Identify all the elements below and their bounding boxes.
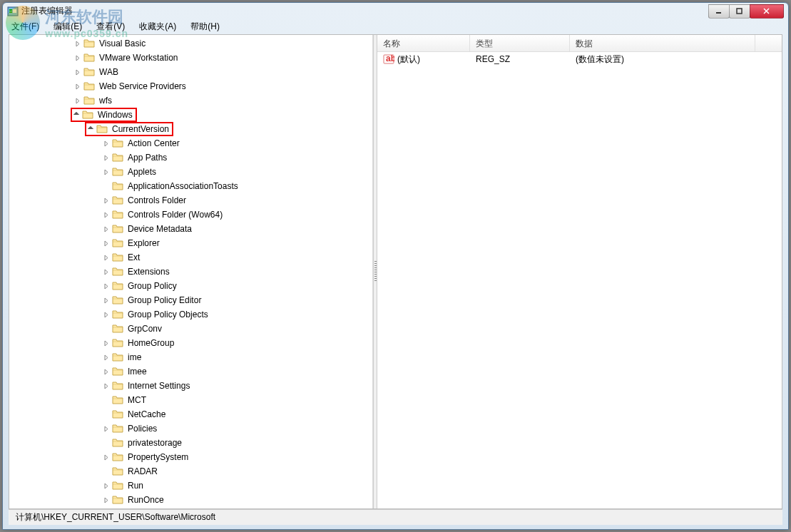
tree-item[interactable]: WAB bbox=[9, 65, 372, 79]
folder-icon bbox=[112, 338, 123, 348]
expander-open[interactable] bbox=[72, 111, 81, 119]
tree-label: PropertySystem bbox=[126, 451, 190, 463]
list-row[interactable]: ab(默认)REG_SZ(数值未设置) bbox=[377, 52, 782, 66]
tree-label: Imee bbox=[126, 366, 148, 377]
close-button[interactable] bbox=[750, 4, 784, 19]
col-name[interactable]: 名称 bbox=[377, 35, 470, 51]
folder-icon bbox=[112, 310, 123, 319]
expander-closed[interactable] bbox=[102, 481, 111, 490]
menu-help[interactable]: 帮助(H) bbox=[185, 19, 225, 34]
tree-item[interactable]: Device Metadata bbox=[9, 222, 372, 236]
expander-closed[interactable] bbox=[73, 39, 82, 48]
tree-item[interactable]: Controls Folder bbox=[9, 193, 372, 208]
tree-item[interactable]: PropertySystem bbox=[9, 450, 372, 464]
expander-open[interactable] bbox=[86, 125, 95, 133]
tree-label: Windows bbox=[96, 109, 134, 121]
expander-closed[interactable] bbox=[102, 353, 111, 362]
folder-icon bbox=[112, 238, 123, 248]
tree-item[interactable]: Policies bbox=[9, 421, 372, 436]
tree-item[interactable]: Internet Settings bbox=[9, 379, 372, 393]
expander-closed[interactable] bbox=[102, 282, 111, 290]
minimize-icon bbox=[715, 8, 723, 15]
folder-icon bbox=[112, 395, 123, 405]
expander-closed[interactable] bbox=[102, 367, 111, 376]
expander-closed[interactable] bbox=[102, 168, 111, 176]
window-title: 注册表编辑器 bbox=[21, 5, 709, 17]
tree-item[interactable]: ime bbox=[9, 350, 372, 364]
tree-item[interactable]: Action Center bbox=[9, 136, 372, 150]
tree-label: Internet Settings bbox=[126, 380, 191, 392]
menu-favorites[interactable]: 收藏夹(A) bbox=[133, 19, 182, 34]
expander-closed[interactable] bbox=[102, 196, 111, 205]
tree-label: RunOnce bbox=[126, 494, 165, 506]
expander-closed[interactable] bbox=[102, 267, 111, 276]
tree-label: Device Metadata bbox=[126, 223, 193, 235]
menu-view[interactable]: 查看(V) bbox=[91, 19, 131, 34]
tree-item[interactable]: Ext bbox=[9, 250, 372, 265]
tree-item[interactable]: MCT bbox=[9, 393, 372, 407]
tree-label: Group Policy Editor bbox=[126, 295, 203, 306]
tree-item[interactable]: wfs bbox=[9, 93, 372, 108]
expander-closed[interactable] bbox=[73, 96, 82, 105]
tree-item[interactable]: Extensions bbox=[9, 265, 372, 279]
tree-panel[interactable]: Visual BasicVMware WorkstationWABWeb Ser… bbox=[9, 35, 373, 508]
tree-item[interactable]: Imee bbox=[9, 364, 372, 379]
tree-item[interactable]: Group Policy Objects bbox=[9, 307, 372, 322]
tree-item[interactable]: Visual Basic bbox=[9, 36, 372, 51]
tree-item[interactable]: NetCache bbox=[9, 407, 372, 421]
tree-item[interactable]: ApplicationAssociationToasts bbox=[9, 179, 372, 193]
expander-closed[interactable] bbox=[102, 296, 111, 305]
expander-closed[interactable] bbox=[102, 496, 111, 504]
expander-closed[interactable] bbox=[102, 239, 111, 247]
tree-label: WAB bbox=[98, 66, 120, 78]
tree-item-windows[interactable]: Windows bbox=[9, 108, 372, 122]
tree-item[interactable]: Run bbox=[9, 479, 372, 493]
col-type[interactable]: 类型 bbox=[470, 35, 570, 51]
menu-file[interactable]: 文件(F) bbox=[6, 19, 45, 34]
tree-item[interactable]: App Paths bbox=[9, 150, 372, 165]
registry-editor-window: 注册表编辑器 文件(F) 编辑(E) 查看(V) 收藏夹(A) 帮助(H) Vi… bbox=[2, 2, 789, 530]
expander-closed[interactable] bbox=[102, 424, 111, 433]
tree-item[interactable]: GrpConv bbox=[9, 322, 372, 336]
folder-icon bbox=[112, 295, 123, 305]
tree-item[interactable]: Group Policy bbox=[9, 279, 372, 293]
app-icon bbox=[7, 6, 19, 17]
col-data[interactable]: 数据 bbox=[570, 35, 755, 51]
maximize-icon bbox=[736, 8, 743, 15]
minimize-button[interactable] bbox=[708, 4, 730, 19]
folder-icon bbox=[96, 124, 108, 134]
tree-item[interactable]: Web Service Providers bbox=[9, 79, 372, 93]
tree-item[interactable]: Applets bbox=[9, 165, 372, 179]
tree-label: Group Policy Objects bbox=[126, 309, 210, 320]
tree-item[interactable]: Group Policy Editor bbox=[9, 293, 372, 307]
titlebar[interactable]: 注册表编辑器 bbox=[3, 3, 788, 19]
expander-closed[interactable] bbox=[102, 139, 111, 148]
tree-item[interactable]: privatestorage bbox=[9, 436, 372, 450]
tree-item-currentversion[interactable]: CurrentVersion bbox=[9, 122, 372, 136]
menu-edit[interactable]: 编辑(E) bbox=[48, 19, 88, 34]
expander-closed[interactable] bbox=[102, 225, 111, 233]
expander-closed[interactable] bbox=[73, 82, 82, 91]
expander-closed[interactable] bbox=[102, 253, 111, 262]
tree-item[interactable]: VMware Workstation bbox=[9, 51, 372, 65]
maximize-button[interactable] bbox=[729, 4, 750, 19]
tree-item[interactable]: RADAR bbox=[9, 464, 372, 479]
expander-closed[interactable] bbox=[102, 382, 111, 390]
folder-icon bbox=[112, 352, 123, 362]
folder-icon bbox=[112, 224, 123, 234]
expander-closed[interactable] bbox=[102, 153, 111, 162]
tree-item[interactable]: RunOnce bbox=[9, 493, 372, 507]
tree-item[interactable]: Explorer bbox=[9, 236, 372, 250]
expander-closed[interactable] bbox=[102, 310, 111, 319]
expander-closed[interactable] bbox=[73, 53, 82, 62]
list-panel[interactable]: 名称 类型 数据 ab(默认)REG_SZ(数值未设置) bbox=[377, 35, 782, 508]
tree-label: Visual Basic bbox=[98, 38, 147, 49]
expander-closed[interactable] bbox=[102, 210, 111, 219]
value-type: REG_SZ bbox=[470, 53, 570, 66]
expander-closed[interactable] bbox=[102, 339, 111, 347]
expander-closed[interactable] bbox=[73, 68, 82, 76]
expander-closed[interactable] bbox=[102, 453, 111, 461]
tree-item[interactable]: HomeGroup bbox=[9, 336, 372, 350]
tree-item[interactable]: Controls Folder (Wow64) bbox=[9, 208, 372, 222]
tree-label: wfs bbox=[98, 95, 113, 106]
